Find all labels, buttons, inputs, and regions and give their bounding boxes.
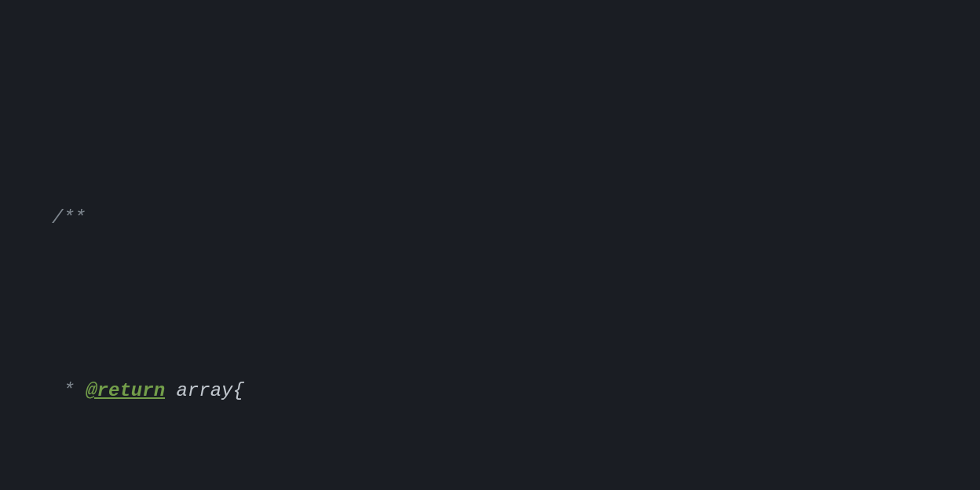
code-line[interactable]: * @return array{: [0, 374, 980, 408]
docblock-open: /**: [52, 207, 86, 229]
code-editor[interactable]: /** * @return array{ * token: string, * …: [0, 0, 980, 490]
docblock-star: *: [52, 380, 86, 401]
code-line[interactable]: /**: [0, 201, 980, 236]
return-tag: @return: [86, 380, 165, 401]
gutter: [0, 0, 9, 490]
docblock-text: array{: [165, 380, 244, 401]
